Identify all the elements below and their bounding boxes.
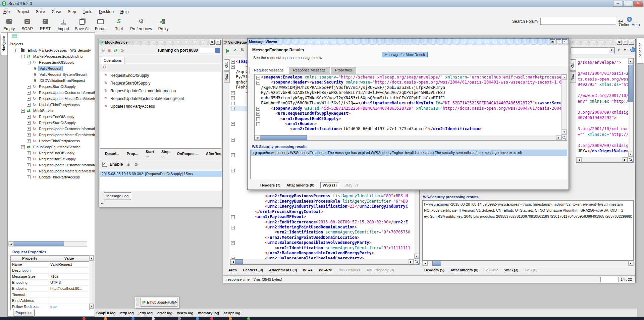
scroll-right-icon[interactable]: ▶ (409, 259, 414, 264)
log-tab-soapui-log[interactable]: SoapUI log (96, 311, 115, 315)
properties-vscrollbar[interactable]: ▲ ▼ (89, 255, 94, 309)
add-icon[interactable]: + (624, 47, 626, 52)
operation-requestupdatemasterdatameteringpoint[interactable]: ↻RequestUpdateMasterDataMeteringPoint (100, 95, 221, 102)
menu-tools[interactable]: Tools (79, 8, 96, 15)
close-icon[interactable]: × (629, 40, 634, 45)
operation-requeststartofsupply[interactable]: ↻RequestStartOfSupply (100, 79, 221, 87)
tab-onreques[interactable]: OnReques... (177, 152, 199, 156)
tab-xml[interactable]: XML (254, 76, 255, 88)
tree-item-updatethirdpartyaccess[interactable]: +↻UpdateThirdPartyAccess (8, 102, 95, 108)
toolbar-save-all-button[interactable]: Save All (75, 17, 89, 31)
tab-xml[interactable]: XML (224, 59, 230, 71)
message-for-mockresult-badge[interactable]: Message for MockResult (382, 52, 428, 57)
toolbar-forum-button[interactable]: Forum (94, 17, 107, 31)
property-row-description[interactable]: Description (11, 268, 89, 274)
run-mockservice-icon[interactable]: ▶ (102, 48, 105, 53)
collapse-icon[interactable]: − (21, 145, 25, 149)
menu-desktop[interactable]: Desktop (96, 8, 117, 15)
scroll-thumb[interactable] (628, 65, 633, 102)
tree-item-elhub-marketprocesses-ws-security[interactable]: −Elhub-MarketProcesses - WS-Security (8, 47, 95, 53)
expand-icon[interactable]: + (27, 139, 31, 143)
zoom-magnifier-icon[interactable] (628, 157, 633, 162)
tree-item-requeststartofsupply[interactable]: +↻RequestStartOfSupply (8, 84, 95, 90)
tree-item-requeststartofsupply[interactable]: +↻RequestStartOfSupply (8, 120, 95, 126)
toolbar-rest-button[interactable]: RE STREST (39, 17, 52, 31)
endpoint-dropdown[interactable] (571, 47, 615, 54)
fold-icon[interactable]: − (256, 117, 260, 121)
fold-icon[interactable]: − (231, 215, 235, 219)
response-tab-xml[interactable]: XML (570, 59, 576, 71)
search-forum-input[interactable] (540, 18, 616, 25)
tab-afterrequ[interactable]: AfterRequ... (206, 152, 222, 156)
close-icon[interactable]: × (562, 39, 567, 44)
log-tab-jetty-log[interactable]: jetty log (139, 311, 153, 315)
tab-ssl-info[interactable]: SSL Info (484, 268, 498, 272)
scroll-down-icon[interactable]: ▼ (562, 129, 567, 135)
submit-request-icon[interactable]: ▶ (226, 47, 230, 54)
tab-descri[interactable]: Descri... (105, 152, 119, 156)
maximize-icon[interactable]: □ (556, 39, 561, 44)
mockservice-titlebar[interactable]: ⇄ MockService ▣ □ (99, 39, 222, 45)
tree-item-requestendofsupply[interactable]: −↻RequestEndOfSupply (8, 59, 95, 65)
tree-item-updatethirdpartyaccess[interactable]: +↻UpdateThirdPartyAccess (8, 138, 95, 144)
tree-item-requestupdatemasterdatameteringpoint[interactable]: +↻RequestUpdateMasterDataMeteringPoint (8, 96, 95, 102)
tree-item-validrequest[interactable]: SO APValidRequest (8, 65, 95, 71)
tab-jms-property-0[interactable]: JMS Property (0) (366, 268, 394, 272)
maximize-icon[interactable]: □ (216, 40, 221, 45)
expand-icon[interactable]: + (27, 85, 31, 89)
dock-icon[interactable]: ▣ (210, 40, 215, 45)
scroll-down-icon[interactable]: ▼ (628, 152, 633, 157)
tab-properties[interactable]: Properties (331, 67, 356, 74)
fold-icon[interactable]: − (256, 112, 260, 116)
fold-icon[interactable]: − (231, 60, 235, 64)
zoom-magnifier-icon[interactable] (414, 259, 419, 264)
dock-icon[interactable]: ▣ (550, 39, 555, 44)
expand-icon[interactable]: + (27, 169, 31, 173)
fold-icon[interactable]: − (231, 96, 235, 100)
expand-icon[interactable]: + (27, 115, 31, 119)
scroll-left-icon[interactable]: ◀ (255, 135, 260, 140)
expand-icon[interactable]: + (27, 163, 31, 167)
property-row-endpoint[interactable]: Endpointhttp://localhost:80... (11, 286, 89, 292)
scroll-thumb[interactable] (235, 259, 243, 264)
tree-item-elhubsoapfaultmockservice[interactable]: −⇄ElhubSoapFaultMockService (8, 144, 95, 150)
tab-raw[interactable]: Raw (224, 71, 230, 83)
expand-icon[interactable]: + (27, 127, 31, 131)
tree-item-validrequest-system-securit[interactable]: SO APValidRequest-System/Securit (8, 71, 95, 77)
fold-icon[interactable]: − (256, 76, 260, 79)
tree-item-requeststartofsupply[interactable]: +↻RequestStartOfSupply (8, 156, 95, 162)
tab-wss-1[interactable]: WSS (1) (320, 182, 339, 188)
message-log-tab[interactable]: Message Log (104, 192, 131, 200)
status-input[interactable] (600, 277, 619, 282)
tab-auth[interactable]: Auth (228, 268, 237, 272)
fold-icon[interactable]: − (231, 65, 235, 69)
scroll-up-icon[interactable]: ▲ (562, 75, 567, 80)
fold-icon[interactable]: − (231, 169, 235, 172)
fold-icon[interactable]: − (231, 107, 235, 110)
collapse-icon[interactable]: − (27, 61, 31, 64)
response-wssec-box[interactable]: l><wsu:Expires>2015-08-28T08:14:39.399Z<… (422, 200, 634, 261)
tab-attachments-0[interactable]: Attachments (0) (286, 183, 314, 187)
operation-updatethirdpartyaccess[interactable]: ↻UpdateThirdPartyAccess (100, 102, 221, 110)
tab-headers-5[interactable]: Headers (5) (424, 268, 444, 272)
tree-item-requestupdatecustomerinformation[interactable]: +↻RequestUpdateCustomerInformation (8, 90, 95, 96)
response-vscrollbar[interactable]: ▲ ▼ (628, 58, 633, 157)
tab-stop[interactable]: Stop ... (161, 150, 169, 157)
operation-requestupdatecustomerinformation[interactable]: ↻RequestUpdateCustomerInformation (100, 87, 221, 95)
scroll-down-icon[interactable]: ▼ (89, 304, 94, 309)
log-tab-script-log[interactable]: script log (224, 311, 240, 315)
scroll-right-icon[interactable]: ▶ (623, 157, 628, 162)
enable-checkbox[interactable] (102, 162, 107, 167)
log-tab-memory-log[interactable]: memory log (198, 311, 219, 315)
maximize-button[interactable]: ❐ (623, 1, 633, 7)
minimize-button[interactable]: — (613, 1, 623, 7)
expand-icon[interactable]: + (27, 133, 31, 137)
toolbar-soap-button[interactable]: SO APSOAP (20, 17, 34, 31)
minimized-mockservice-window[interactable]: ⇄ ElhubSoapFaultMo... (135, 296, 179, 308)
property-row-timeout[interactable]: Timeout (11, 292, 89, 298)
fold-icon[interactable]: − (231, 91, 235, 95)
tree-item-requestupdatecustomerinformation[interactable]: +↻RequestUpdateCustomerInformation (8, 162, 95, 168)
tree-item-requestendofsupply[interactable]: +↻RequestEndOfSupply (8, 150, 95, 156)
tab-response-message[interactable]: Response Message (289, 67, 330, 74)
scroll-thumb[interactable] (14, 242, 64, 246)
